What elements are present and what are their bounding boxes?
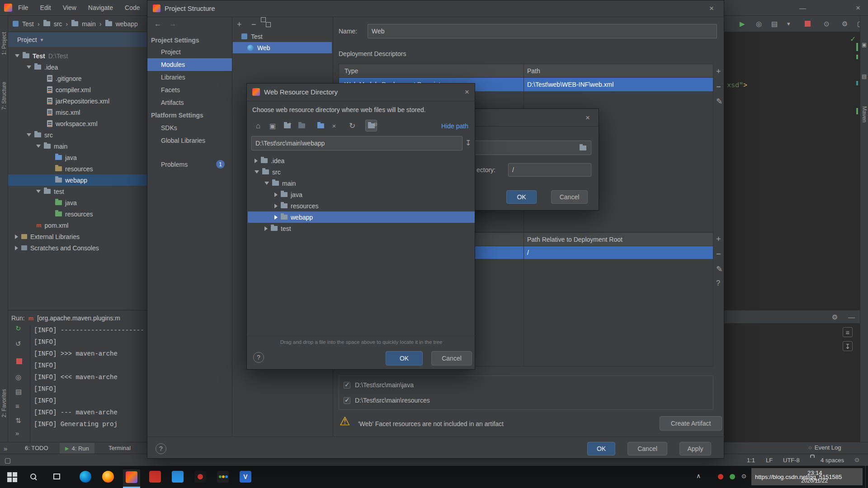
- panel-minimize-icon[interactable]: —: [848, 314, 855, 320]
- chooser-row-main[interactable]: main: [248, 178, 475, 189]
- dd-edit-icon[interactable]: ✎: [716, 98, 722, 105]
- tree-row-workspace-xml[interactable]: workspace.xml: [8, 118, 147, 129]
- dd-remove-icon[interactable]: −: [716, 83, 721, 91]
- stop-button[interactable]: [805, 21, 811, 27]
- debug-button[interactable]: ◎: [756, 20, 762, 27]
- duplicate-folder-icon[interactable]: [296, 120, 307, 131]
- chevron-expanded-icon[interactable]: [255, 170, 259, 174]
- collapse-icon[interactable]: »: [15, 430, 19, 436]
- error-stripe-mark[interactable]: [856, 81, 858, 85]
- panel-settings-icon[interactable]: ⚙: [832, 314, 838, 320]
- window-close-icon[interactable]: ×: [856, 4, 860, 13]
- tree-row-idea[interactable]: .idea: [8, 61, 147, 73]
- start-button-icon[interactable]: [7, 472, 17, 482]
- taskbar-search-icon[interactable]: [30, 473, 37, 480]
- tool-stripe-maven[interactable]: Maven: [861, 106, 868, 122]
- menu-navigate[interactable]: Navigate: [88, 4, 113, 11]
- menu-code[interactable]: Code: [125, 4, 140, 11]
- dd-add-icon[interactable]: +: [716, 67, 721, 75]
- chevron-collapsed-icon[interactable]: [264, 226, 268, 231]
- soft-wrap-icon[interactable]: ≡: [843, 327, 853, 337]
- event-log-widget[interactable]: ○ Event Log: [808, 444, 841, 451]
- column-header-path[interactable]: Path: [527, 64, 540, 78]
- nav-sdks[interactable]: SDKs: [147, 122, 232, 134]
- error-stripe-mark[interactable]: [856, 108, 858, 114]
- show-hidden-toggle-icon[interactable]: ◎: [365, 120, 377, 131]
- checkbox-checked-icon[interactable]: [344, 382, 350, 389]
- tree-row-misc-xml[interactable]: misc.xml: [8, 107, 147, 118]
- wrd-help-icon[interactable]: ?: [716, 280, 720, 287]
- tree-row-pom-xml[interactable]: mpom.xml: [8, 220, 147, 231]
- chevron-collapsed-icon[interactable]: [274, 215, 278, 220]
- nav-modules-selected[interactable]: Modules: [147, 58, 232, 71]
- hide-path-link[interactable]: Hide path: [441, 122, 468, 130]
- tool-stripe-icon[interactable]: ▣: [862, 42, 867, 47]
- breadcrumb-webapp[interactable]: webapp: [116, 20, 138, 28]
- relative-path-field[interactable]: /: [508, 163, 591, 177]
- ok-button[interactable]: OK: [506, 190, 537, 204]
- tray-expand-icon[interactable]: ∧: [696, 472, 701, 479]
- breadcrumb-test[interactable]: Test: [22, 20, 34, 28]
- chevron-expanded-icon[interactable]: [36, 145, 41, 148]
- tree-row-test[interactable]: test: [8, 186, 147, 197]
- scroll-down-icon[interactable]: ↧: [843, 341, 853, 351]
- desktop-icon[interactable]: ▣: [267, 120, 278, 131]
- error-stripe-mark[interactable]: [856, 43, 858, 51]
- tree-row-test-resources[interactable]: resources: [8, 208, 147, 220]
- tool-stripe-favorites[interactable]: 2: Favorites: [1, 389, 7, 418]
- breadcrumb-main[interactable]: main: [82, 20, 95, 28]
- console-view-icon[interactable]: ▤: [15, 388, 22, 395]
- nav-artifacts[interactable]: Artifacts: [147, 96, 232, 109]
- module-tree-root[interactable]: Test: [233, 31, 332, 42]
- stop-icon[interactable]: [16, 358, 22, 364]
- column-header-relative-path[interactable]: Path Relative to Deployment Root: [527, 233, 623, 246]
- refresh-icon[interactable]: ↻: [346, 120, 358, 131]
- clock-date[interactable]: 2020/11/22: [801, 478, 828, 484]
- idea-app-active-highlight[interactable]: [123, 469, 140, 488]
- nav-project[interactable]: Project: [147, 46, 232, 58]
- v-app-icon[interactable]: V: [240, 471, 251, 483]
- locate-path-icon[interactable]: ↧: [465, 140, 471, 147]
- facet-name-field[interactable]: Web: [368, 24, 717, 38]
- show-passed-icon[interactable]: ◎: [15, 374, 21, 380]
- rerun-icon[interactable]: ↻: [15, 325, 21, 332]
- source-root-row[interactable]: D:\Test\src\main\resources: [344, 394, 430, 407]
- chooser-row-test[interactable]: test: [248, 223, 475, 234]
- help-button[interactable]: ?: [253, 352, 264, 363]
- inspection-check-icon[interactable]: ✓: [850, 35, 856, 43]
- ok-button[interactable]: OK: [386, 351, 423, 366]
- forward-icon[interactable]: →: [169, 20, 176, 28]
- back-icon[interactable]: ←: [154, 20, 161, 28]
- dialog-close-icon[interactable]: ×: [709, 4, 714, 13]
- toolwindow-toggle-icon[interactable]: ▢: [5, 457, 11, 464]
- chooser-row-src[interactable]: src: [248, 166, 475, 178]
- tree-row-scratches[interactable]: Scratches and Consoles: [8, 242, 147, 253]
- firefox-app-icon[interactable]: [102, 471, 114, 483]
- tray-red-icon[interactable]: [718, 474, 723, 479]
- clock-time[interactable]: 23:14: [807, 469, 822, 476]
- chevron-down-icon[interactable]: ▾: [787, 21, 790, 27]
- edge-app-icon[interactable]: [80, 471, 91, 483]
- project-panel-header[interactable]: Project ▾: [8, 32, 147, 47]
- help-button[interactable]: ?: [156, 443, 166, 454]
- window-minimize-icon[interactable]: —: [799, 5, 806, 11]
- chevron-expanded-icon[interactable]: [27, 133, 31, 136]
- cancel-button[interactable]: Cancel: [431, 351, 472, 366]
- tree-row-compiler-xml[interactable]: compiler.xml: [8, 84, 147, 95]
- source-root-row[interactable]: D:\Test\src\main\java: [344, 379, 414, 391]
- run-button[interactable]: ▶: [740, 20, 745, 27]
- tab-terminal[interactable]: Terminal: [108, 445, 131, 451]
- menu-file[interactable]: File: [18, 4, 28, 11]
- wrd-add-icon[interactable]: +: [716, 235, 721, 243]
- tree-row-test-root[interactable]: Test D:\Test: [8, 50, 147, 61]
- path-field[interactable]: D:\Test\src\main\webapp: [251, 136, 462, 150]
- line-separator-widget[interactable]: LF: [766, 457, 773, 464]
- tree-row-main[interactable]: main: [8, 141, 147, 152]
- nav-facets[interactable]: Facets: [147, 84, 232, 96]
- tree-row-external-libraries[interactable]: External Libraries: [8, 231, 147, 242]
- tree-row-gitignore[interactable]: .gitignore: [8, 73, 147, 84]
- dialog-close-icon[interactable]: ×: [465, 88, 469, 97]
- chooser-row-webapp-selected[interactable]: webapp: [248, 211, 475, 223]
- browse-folder-icon[interactable]: [580, 145, 586, 150]
- cell-relative-path[interactable]: /: [527, 246, 529, 259]
